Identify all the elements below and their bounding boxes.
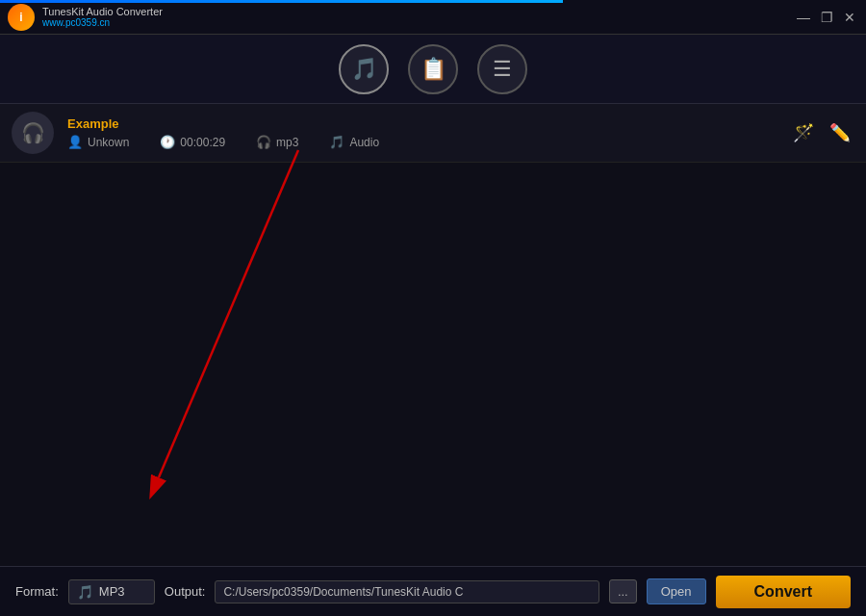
empty-content-area [0,163,866,566]
restore-button[interactable]: ❐ [818,9,835,26]
duration-value: 00:00:29 [180,136,225,149]
title-bar-left: i TunesKit Audio Converter www.pc0359.cn [8,4,163,31]
track-format: 🎧 mp3 [256,135,298,149]
track-duration: 🕐 00:00:29 [160,135,225,149]
headphones-small-icon: 🎧 [256,135,271,149]
track-title: Example [67,116,789,131]
wand-icon: 🪄 [793,123,814,142]
artist-name: Unkown [88,136,129,149]
converted-list-button[interactable]: ☰ [477,44,527,94]
convert-button[interactable]: Convert [716,576,851,608]
track-avatar: 🎧 [12,112,54,154]
output-path: C:/Users/pc0359/Documents/TunesKit Audio… [215,580,599,603]
title-bar-controls: — ❐ ✕ [795,9,858,26]
content-area: 🎧 Example 👤 Unkown 🕐 00:00:29 🎧 mp3 🎵 [0,104,866,566]
track-type: 🎵 Audio [329,135,379,149]
audio-icon: 🎵 [329,135,344,149]
app-website: www.pc0359.cn [42,17,163,28]
format-label: Format: [15,584,59,599]
track-actions: 🪄 ✏️ [789,118,854,147]
pencil-icon: ✏️ [829,123,851,142]
headphones-icon: 🎧 [21,121,45,144]
app-logo: i [8,4,35,31]
close-button[interactable]: ✕ [841,9,858,26]
track-artist: 👤 Unkown [67,135,129,149]
browse-button[interactable]: ... [609,579,637,603]
toolbar: 🎵 📋 ☰ [0,35,866,104]
progress-bar [0,0,563,3]
clock-icon: 🕐 [160,135,175,149]
person-icon: 👤 [67,135,83,149]
document-icon: 📋 [420,57,446,82]
convert-format-button[interactable]: 📋 [408,44,458,94]
output-label: Output: [165,584,206,599]
bottom-bar: Format: 🎵 MP3 Output: C:/Users/pc0359/Do… [0,566,866,616]
format-select-icon: 🎵 [77,584,93,600]
track-info: Example 👤 Unkown 🕐 00:00:29 🎧 mp3 🎵 Audi… [67,116,789,149]
app-name: TunesKit Audio Converter [42,6,163,17]
format-value: mp3 [276,136,298,149]
music-note-icon: 🎵 [351,57,377,82]
format-select[interactable]: 🎵 MP3 [68,579,155,604]
open-button[interactable]: Open [647,578,706,604]
list-icon: ☰ [493,57,512,82]
format-select-value: MP3 [99,584,125,599]
track-meta: 👤 Unkown 🕐 00:00:29 🎧 mp3 🎵 Audio [67,135,789,149]
edit-tag-button[interactable]: 🪄 [789,118,818,147]
title-text-block: TunesKit Audio Converter www.pc0359.cn [42,6,163,28]
title-bar: i TunesKit Audio Converter www.pc0359.cn… [0,0,866,35]
edit-button[interactable]: ✏️ [826,118,854,147]
type-value: Audio [349,136,379,149]
minimize-button[interactable]: — [795,9,812,26]
track-item: 🎧 Example 👤 Unkown 🕐 00:00:29 🎧 mp3 🎵 [0,104,866,163]
add-music-button[interactable]: 🎵 [339,44,389,94]
